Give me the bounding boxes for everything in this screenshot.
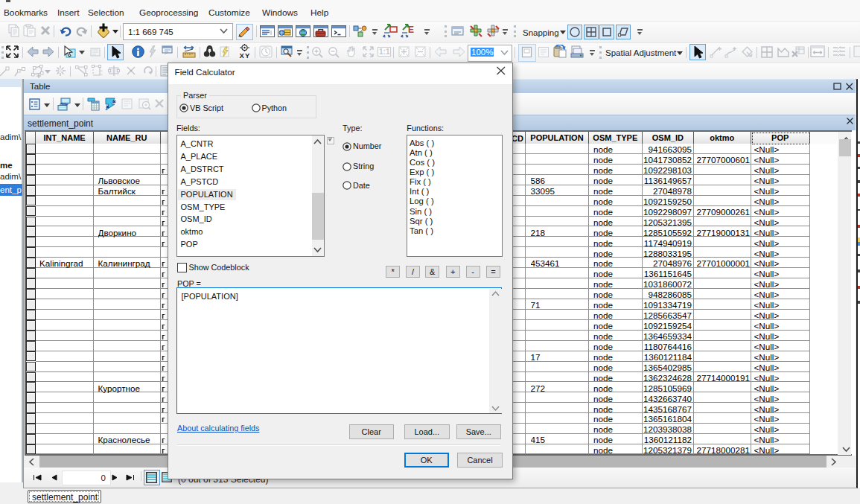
svg-text:X: X (240, 51, 245, 60)
svg-text:E: E (408, 25, 414, 35)
svg-text:Y: Y (245, 51, 250, 60)
